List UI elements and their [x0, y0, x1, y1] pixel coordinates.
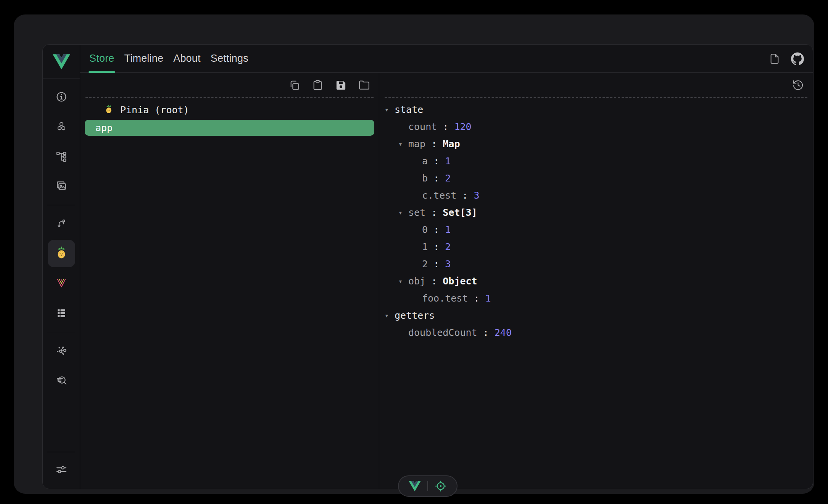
tree-row[interactable]: ▾set : Set[3]	[379, 204, 813, 221]
sidebar-item-vue-plugin[interactable]	[48, 270, 75, 297]
key-value-separator: :	[428, 173, 445, 184]
tree-row[interactable]: a : 1	[379, 152, 813, 170]
clipboard-icon	[312, 79, 324, 91]
sidebar-item-components[interactable]	[48, 113, 75, 140]
tree-row[interactable]: b : 2	[379, 170, 813, 187]
images-icon	[55, 180, 68, 192]
copy-button[interactable]	[287, 77, 302, 93]
tree-key: 1	[422, 241, 428, 252]
sidebar-item-overview[interactable]	[48, 83, 75, 111]
vue-logo-icon	[53, 54, 70, 69]
open-folder-button[interactable]	[356, 77, 372, 93]
vue-devtools-logo	[43, 45, 80, 79]
tree-key: a	[422, 156, 428, 167]
save-icon	[335, 79, 347, 91]
tree-key: state	[395, 104, 423, 115]
tree-row[interactable]: count : 120	[379, 118, 813, 135]
sidebar-divider	[47, 452, 75, 452]
caret-down-icon[interactable]: ▾	[385, 106, 395, 114]
tab-timeline[interactable]: Timeline	[124, 45, 164, 72]
tree-key: 0	[422, 224, 428, 235]
sidebar-item-pinia[interactable]	[48, 240, 75, 267]
caret-down-icon[interactable]: ▾	[398, 140, 408, 148]
caret-down-icon[interactable]: ▾	[398, 209, 408, 217]
tab-store[interactable]: Store	[89, 45, 114, 72]
tree-row[interactable]: ▾getters	[379, 307, 813, 324]
sidebar-item-inspect[interactable]	[48, 367, 75, 394]
sidebar-item-graph[interactable]	[48, 337, 75, 364]
tree-key: 2	[422, 258, 428, 270]
stores-toolbar	[80, 73, 379, 97]
paste-button[interactable]	[310, 77, 325, 93]
tab-label: About	[173, 53, 201, 64]
sidebar-divider	[47, 332, 75, 332]
save-button[interactable]	[333, 77, 348, 93]
key-value-separator: :	[428, 258, 445, 270]
topbar: Store Timeline About Settings	[80, 45, 813, 73]
tree-row[interactable]: foo.test : 1	[379, 290, 813, 307]
copy-icon	[288, 79, 300, 91]
tree-key: map	[408, 138, 425, 149]
pinia-root-group[interactable]: Pinia (root)	[80, 102, 379, 118]
devtools-window: Store Timeline About Settings	[42, 44, 813, 489]
sidebar-divider	[47, 205, 75, 205]
store-item-app[interactable]: app	[85, 120, 374, 136]
caret-down-icon[interactable]: ▾	[385, 311, 395, 319]
file-icon	[769, 53, 780, 64]
tree-row[interactable]: 0 : 1	[379, 221, 813, 238]
tree-row[interactable]: ▾obj : Object	[379, 273, 813, 290]
key-value-separator: :	[437, 121, 454, 132]
key-value-separator: :	[428, 224, 445, 235]
history-icon	[792, 79, 804, 91]
tree-row[interactable]: doubledCount : 240	[379, 324, 813, 341]
components-icon	[55, 120, 68, 133]
tree-row[interactable]: 1 : 2	[379, 238, 813, 255]
state-tree: ▾statecount : 120▾map : Mapa : 1b : 2c.t…	[379, 98, 813, 341]
tree-value: Map	[443, 138, 460, 149]
history-button[interactable]	[790, 77, 805, 93]
sidebar-item-settings[interactable]	[48, 456, 75, 483]
tree-value: Object	[443, 276, 477, 287]
tab-label: Store	[89, 53, 114, 64]
caret-down-icon[interactable]: ▾	[398, 277, 408, 285]
sidebar	[43, 45, 80, 489]
tree-row[interactable]: 2 : 3	[379, 255, 813, 273]
devtools-pill	[398, 475, 457, 497]
tab-about[interactable]: About	[173, 45, 201, 72]
sidebar-item-assets[interactable]	[48, 172, 75, 200]
sidebar-item-plugins-list[interactable]	[48, 299, 75, 327]
github-icon	[791, 52, 804, 65]
tree-key: getters	[395, 310, 435, 321]
toolbar-divider	[85, 97, 374, 98]
route-icon	[55, 218, 68, 230]
graph-icon	[55, 345, 68, 357]
docs-button[interactable]	[767, 51, 782, 66]
tree-key: doubledCount	[408, 327, 477, 338]
key-value-separator: :	[425, 207, 443, 218]
tree-value: 3	[445, 258, 451, 270]
key-value-separator: :	[425, 138, 443, 149]
sliders-icon	[55, 464, 68, 476]
key-value-separator: :	[477, 327, 495, 338]
sidebar-item-pages[interactable]	[48, 143, 75, 170]
vue-logo-icon	[409, 481, 421, 491]
key-value-separator: :	[468, 293, 485, 304]
key-value-separator: :	[428, 156, 445, 167]
tree-row[interactable]: ▾map : Map	[379, 135, 813, 152]
tree-key: c.test	[422, 190, 456, 201]
tree-key: foo.test	[422, 293, 468, 304]
tree-value: 2	[445, 173, 451, 184]
inspect-element-button[interactable]	[435, 480, 447, 492]
sidebar-item-router[interactable]	[48, 210, 75, 238]
tree-row[interactable]: c.test : 3	[379, 187, 813, 204]
tab-label: Settings	[211, 53, 248, 64]
store-name: app	[95, 122, 113, 133]
topbar-actions	[767, 45, 805, 72]
tree-key: set	[408, 207, 425, 218]
github-button[interactable]	[790, 51, 805, 66]
tree-value: 120	[454, 121, 471, 132]
vue-toggle-button[interactable]	[409, 481, 421, 491]
tree-row[interactable]: ▾state	[379, 101, 813, 118]
group-label: Pinia (root)	[120, 104, 189, 116]
tab-settings[interactable]: Settings	[211, 45, 248, 72]
